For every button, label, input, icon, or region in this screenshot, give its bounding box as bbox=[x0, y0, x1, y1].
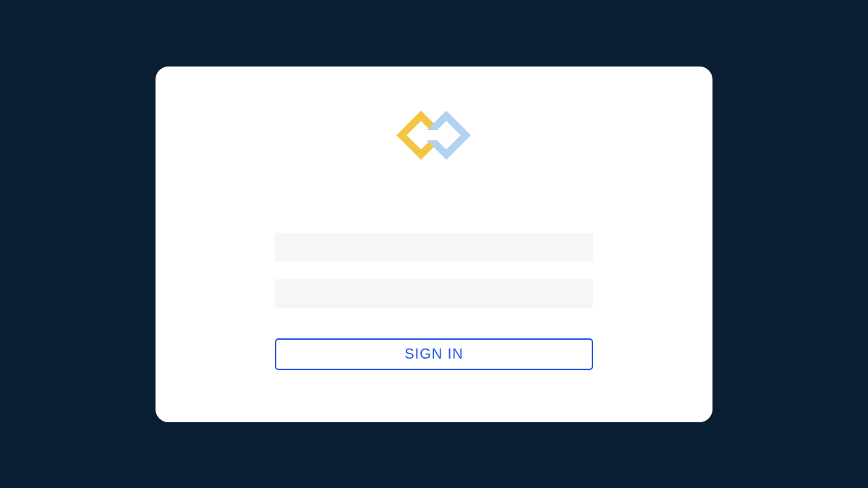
login-card: SIGN IN bbox=[156, 67, 712, 422]
username-input[interactable] bbox=[275, 233, 593, 262]
app-logo bbox=[394, 106, 474, 164]
password-input[interactable] bbox=[275, 279, 593, 308]
exchange-arrows-icon bbox=[394, 106, 474, 164]
signin-button[interactable]: SIGN IN bbox=[275, 338, 593, 370]
